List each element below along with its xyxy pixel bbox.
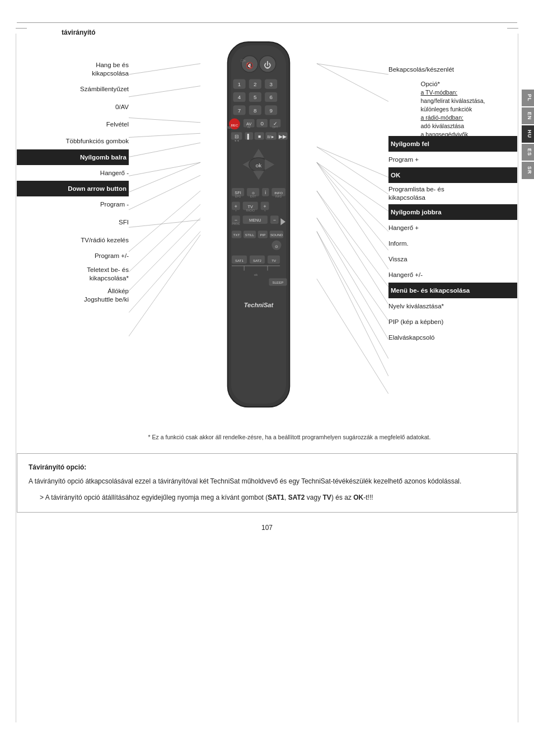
svg-text:−: −: [273, 217, 276, 223]
tab-sr[interactable]: SR: [522, 162, 534, 179]
svg-text:◄◄: ◄◄: [234, 139, 240, 142]
svg-text:+: +: [264, 209, 266, 212]
svg-text:▌: ▌: [247, 134, 251, 140]
label-program-minus: Program -: [17, 196, 129, 212]
svg-text:SAT2: SAT2: [253, 259, 261, 262]
side-tabs: PL EN HU ES SR: [522, 90, 534, 179]
svg-text:2: 2: [254, 81, 256, 87]
svg-line-121: [317, 147, 388, 194]
label-szam: Számbillentyűzet: [17, 80, 129, 98]
svg-text:RADIO: RADIO: [246, 209, 255, 212]
svg-text:▶▶: ▶▶: [279, 134, 287, 139]
svg-text:6: 6: [269, 94, 273, 100]
svg-text:EXIT: EXIT: [250, 195, 256, 198]
svg-text:MENU: MENU: [249, 218, 261, 223]
label-hangero-plus: Hangerő +: [388, 220, 517, 236]
svg-line-109: [129, 162, 200, 176]
svg-line-124: [317, 162, 388, 250]
right-labels: Bekapcsolás/készenlét Opció* a TV-módban…: [388, 42, 517, 345]
label-bekapcs: Bekapcsolás/készenlét: [388, 59, 517, 80]
label-sfi: SFI: [17, 212, 129, 232]
tab-en[interactable]: EN: [522, 107, 534, 125]
label-program-plus: Program +: [388, 152, 517, 167]
footnote: * Ez a funkció csak akkor áll rendelke-z…: [148, 433, 431, 442]
margin-left: [16, 34, 16, 722]
svg-text:+: +: [235, 209, 237, 212]
label-elalvas: Elalváskapcsoló: [388, 330, 517, 345]
label-inform: Inform.: [388, 236, 517, 251]
svg-text:SFI: SFI: [235, 190, 241, 195]
label-opcio: Opció* a TV-módban: hang/felirat kiválas…: [388, 80, 517, 136]
svg-text:TXT: TXT: [233, 233, 240, 237]
svg-text:⏻: ⏻: [264, 61, 271, 69]
info-box: Távirányító opció: A távirányító opció á…: [17, 453, 517, 513]
svg-line-112: [129, 220, 200, 227]
svg-text:0: 0: [260, 120, 264, 126]
label-program-plusminus: Program +/-: [17, 248, 129, 264]
svg-line-118: [317, 64, 388, 74]
svg-text:STILL: STILL: [245, 233, 255, 237]
label-programlista: Programlista be- éskikapcsolása: [388, 183, 517, 204]
svg-text:1: 1: [238, 81, 241, 87]
label-tv-radio: TV/rádió kezelés: [17, 232, 129, 248]
label-pip: PIP (kép a képben): [388, 314, 517, 330]
svg-text:7: 7: [238, 107, 241, 114]
tab-hu[interactable]: HU: [522, 125, 534, 143]
svg-text:SOUND: SOUND: [270, 233, 283, 237]
remote-section: távirányító Hang be éskikapcsolása Számb…: [17, 29, 517, 442]
svg-text:REC: REC: [227, 126, 233, 129]
svg-text:⊙: ⊙: [252, 191, 255, 195]
svg-text:⊙: ⊙: [275, 244, 278, 249]
label-nylgomb-balra: Nyílgomb balra: [17, 149, 129, 165]
svg-line-113: [129, 191, 200, 252]
svg-line-108: [129, 143, 200, 157]
svg-line-117: [129, 235, 200, 336]
label-hangero-plusminus: Hangerő +/-: [388, 267, 517, 283]
svg-line-122: [317, 162, 388, 211]
svg-line-129: [317, 218, 388, 340]
tab-pl[interactable]: PL: [522, 90, 534, 106]
tab-es[interactable]: ES: [522, 144, 534, 161]
label-nylgomb-jobbra: Nyílgomb jobbra: [388, 204, 517, 220]
svg-text:SLEEP: SLEEP: [273, 280, 284, 284]
svg-line-120: [317, 147, 388, 177]
svg-text:TechniSat: TechniSat: [244, 302, 274, 308]
svg-line-132: [317, 279, 388, 394]
svg-line-116: [129, 232, 200, 313]
svg-text:TV: TV: [248, 204, 254, 209]
svg-line-125: [317, 162, 388, 269]
remote-area: 🔇 □× ⏻ 1 2 3 4 5: [129, 42, 388, 428]
svg-text:5: 5: [254, 94, 257, 100]
svg-line-123: [317, 162, 388, 231]
top-line: [17, 22, 517, 23]
svg-text:OPT: OPT: [272, 126, 278, 129]
svg-text:■: ■: [258, 134, 261, 139]
label-hang: Hang be éskikapcsolása: [17, 59, 129, 80]
svg-text:⊟: ⊟: [235, 134, 239, 139]
svg-text:4: 4: [238, 94, 241, 100]
svg-text:i: i: [265, 190, 266, 195]
svg-text:□×: □×: [241, 58, 246, 63]
svg-line-119: [317, 64, 388, 102]
label-nyelv: Nyelv kiválasztása*: [388, 298, 517, 314]
svg-text:INFD: INFD: [275, 195, 282, 198]
label-tobbfunkcios: Többfunkciós gombok: [17, 133, 129, 149]
svg-text:−: −: [235, 217, 237, 223]
svg-line-114: [129, 204, 200, 272]
svg-text:II/►: II/►: [267, 134, 274, 139]
svg-text:8: 8: [254, 107, 257, 114]
svg-text:INFO: INFO: [274, 191, 283, 195]
svg-text:EPG: EPG: [235, 195, 241, 198]
label-ok: OK: [388, 167, 517, 183]
svg-line-126: [317, 191, 388, 287]
label-teletext: Teletext be- éskikapcsolása*: [17, 264, 129, 285]
info-box-indent: > A távirányító opció átállításához egyi…: [40, 492, 505, 503]
svg-line-110: [129, 162, 200, 192]
remote-svg: 🔇 □× ⏻ 1 2 3 4 5: [214, 42, 303, 428]
label-hangero-minus: Hangerő -: [17, 165, 129, 181]
svg-line-131: [317, 232, 388, 377]
margin-right: [518, 34, 518, 722]
page-number: 107: [0, 524, 534, 532]
svg-text:+: +: [235, 204, 237, 209]
info-box-text: A távirányító opció átkapcsolásával ezze…: [29, 476, 505, 487]
